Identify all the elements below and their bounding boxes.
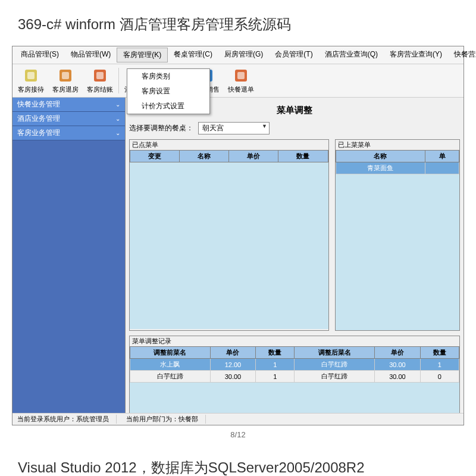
ordered-menu-grid[interactable]: 变更名称单价数量	[130, 150, 328, 162]
menubar-item[interactable]: 酒店营业查询(Q)	[319, 48, 384, 62]
tool-icon	[57, 67, 74, 84]
svg-rect-5	[96, 72, 104, 79]
table-header[interactable]: 数量	[420, 347, 459, 359]
dropdown-item[interactable]: 客房类别	[127, 69, 209, 84]
select-label: 选择要调整的餐桌：	[129, 123, 193, 133]
body-area: 快餐业务管理⌄酒店业务管理⌄客房业务管理⌄ 菜单调整 选择要调整的餐桌： 朝天宫…	[12, 98, 464, 413]
menubar-item[interactable]: 餐桌管理(C)	[168, 48, 218, 62]
dropdown-menu: 客房类别客房设置计价方式设置	[127, 68, 210, 114]
tool-icon	[23, 67, 39, 84]
adjust-log-label: 菜单调整记录	[130, 336, 459, 346]
chevron-down-icon: ⌄	[115, 115, 120, 122]
tool-icon	[233, 67, 249, 84]
page-indicator: 8/12	[0, 430, 476, 439]
menubar-item[interactable]: 厨房管理(G)	[218, 48, 269, 62]
tables-row: 已点菜单 变更名称单价数量 已上菜菜单 名称单 青菜面鱼	[129, 139, 460, 331]
sidebar-item[interactable]: 客房业务管理⌄	[12, 126, 125, 140]
menubar-item[interactable]: 快餐营业查	[448, 48, 476, 62]
app-window: 商品管理(S)物品管理(W)客房管理(K)餐桌管理(C)厨房管理(G)会员管理(…	[12, 46, 464, 425]
toolbar-button[interactable]: 客房退房	[48, 65, 83, 96]
table-header[interactable]: 单价	[229, 151, 278, 162]
chevron-down-icon: ⌄	[115, 130, 120, 136]
table-header[interactable]: 单价	[375, 347, 421, 359]
ordered-menu-body[interactable]	[130, 162, 328, 329]
chevron-down-icon: ⌄	[115, 101, 120, 108]
status-dept: 当前用户部门为：快餐部	[126, 415, 206, 424]
svg-rect-3	[62, 72, 69, 79]
dropdown-item[interactable]: 计价方式设置	[127, 99, 209, 114]
menubar-item[interactable]: 客房管理(K)	[117, 48, 168, 62]
tool-icon	[92, 67, 108, 84]
adjust-log-body[interactable]	[130, 383, 459, 413]
sidebar-item[interactable]: 酒店业务管理⌄	[12, 112, 125, 126]
table-header[interactable]: 数量	[278, 151, 328, 162]
toolbar-button[interactable]: 客房结账	[83, 65, 117, 96]
svg-rect-1	[27, 72, 35, 79]
table-select[interactable]: 朝天宫	[198, 122, 270, 134]
served-menu-body[interactable]	[336, 174, 459, 330]
table-header[interactable]: 调整后菜名	[295, 347, 375, 359]
served-menu-label: 已上菜菜单	[336, 140, 459, 150]
menubar-item[interactable]: 物品管理(W)	[65, 48, 117, 62]
toolbar-button[interactable]: 客房接待	[14, 65, 48, 96]
menubar: 商品管理(S)物品管理(W)客房管理(K)餐桌管理(C)厨房管理(G)会员管理(…	[12, 46, 464, 64]
status-user: 当前登录系统用户：系统管理员	[17, 415, 117, 424]
served-menu-grid[interactable]: 名称单 青菜面鱼	[336, 150, 459, 174]
ordered-menu-box: 已点菜单 变更名称单价数量	[129, 139, 329, 331]
toolbar-button[interactable]: 快餐退单	[224, 65, 258, 96]
table-header[interactable]: 单	[425, 151, 459, 162]
adjust-log-grid[interactable]: 调整前菜名单价数量调整后菜名单价数量 水上飘12.001白芋红蹄30.001白芋…	[130, 346, 459, 383]
menubar-item[interactable]: 会员管理(T)	[269, 48, 318, 62]
adjust-log-box: 菜单调整记录 调整前菜名单价数量调整后菜名单价数量 水上飘12.001白芋红蹄3…	[129, 336, 460, 413]
table-row[interactable]: 青菜面鱼	[336, 162, 459, 174]
footer-text: Visual Studio 2012，数据库为SQLServer2005/200…	[0, 444, 476, 476]
main-area: 菜单调整 选择要调整的餐桌： 朝天宫 已点菜单 变更名称单价数量 已上菜菜单 名…	[126, 98, 464, 413]
toolbar: 客房接待客房退房客房结账酒店修单酒店结账快餐销售快餐退单客房类别客房设置计价方式…	[12, 64, 464, 98]
sidebar: 快餐业务管理⌄酒店业务管理⌄客房业务管理⌄	[12, 98, 126, 413]
dropdown-item[interactable]: 客房设置	[127, 84, 209, 99]
table-row[interactable]: 水上飘12.001白芋红蹄30.001	[130, 359, 459, 371]
select-row: 选择要调整的餐桌： 朝天宫	[129, 122, 460, 134]
table-header[interactable]: 调整前菜名	[130, 347, 211, 359]
menubar-item[interactable]: 商品管理(S)	[15, 48, 65, 62]
table-header[interactable]: 单价	[210, 347, 256, 359]
served-menu-box: 已上菜菜单 名称单 青菜面鱼	[335, 139, 460, 331]
table-header[interactable]: 名称	[180, 151, 229, 162]
status-bar: 当前登录系统用户：系统管理员 当前用户部门为：快餐部	[12, 413, 464, 425]
table-header[interactable]: 数量	[256, 347, 295, 359]
table-row[interactable]: 白芋红蹄30.001白芋红蹄30.000	[130, 371, 459, 383]
svg-rect-13	[237, 72, 245, 79]
sidebar-item[interactable]: 快餐业务管理⌄	[12, 98, 125, 112]
table-header[interactable]: 名称	[336, 151, 425, 162]
ordered-menu-label: 已点菜单	[130, 140, 328, 150]
table-header[interactable]: 变更	[130, 151, 180, 162]
menubar-item[interactable]: 客房营业查询(Y)	[384, 48, 448, 62]
page-title: 369-c# winform 酒店管理客房管理系统源码	[0, 0, 476, 46]
